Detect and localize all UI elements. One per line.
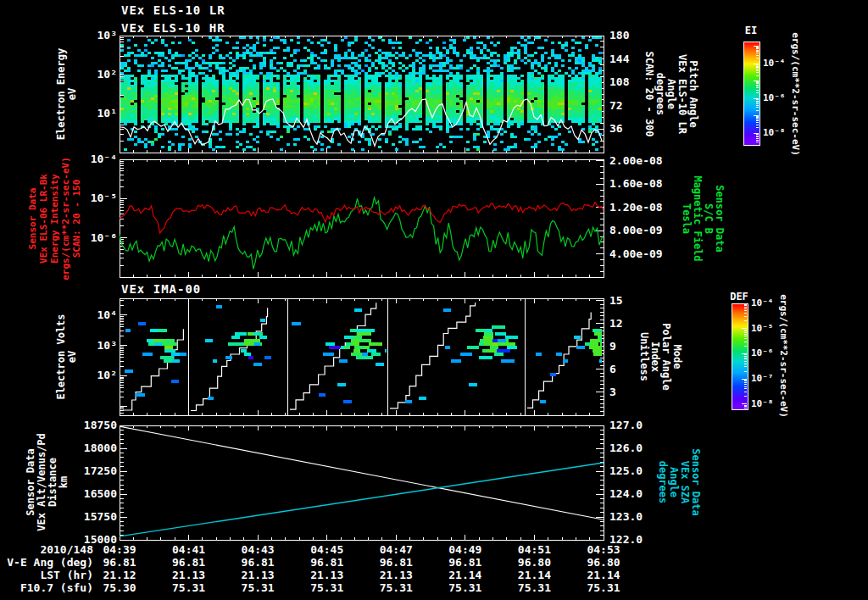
tick-label: 10⁻⁶ — [763, 92, 786, 104]
tick-label: 21.13 — [362, 569, 430, 581]
tick-label: 10⁻⁴ — [41, 153, 117, 165]
tick-label: 17250 — [41, 465, 117, 477]
tick-label: 180 — [609, 30, 629, 42]
tick-label: 96.81 — [431, 557, 499, 569]
tick-label: 15 — [609, 295, 623, 307]
tick-label: 04:51 — [500, 544, 568, 556]
tick-label: 125.0 — [609, 465, 643, 477]
tick-label: 3 — [609, 386, 616, 398]
tick-label: 04:47 — [362, 544, 430, 556]
tick-label: 75.31 — [570, 582, 637, 594]
plots-canvas — [0, 0, 868, 600]
tick-label: 123.0 — [609, 511, 643, 523]
tick-label: 124.0 — [609, 488, 643, 500]
tick-label: 15750 — [41, 511, 117, 523]
tick-label: 75.31 — [431, 582, 499, 594]
tick-label: 10² — [41, 369, 117, 381]
tick-label: 21.13 — [224, 569, 292, 581]
tick-label: 127.0 — [609, 419, 643, 431]
tick-label: 4.00e-09 — [609, 248, 663, 260]
tick-label: 75.31 — [362, 582, 430, 594]
tick-label: 12 — [609, 318, 623, 330]
tick-label: 96.81 — [86, 557, 153, 569]
tick-label: 75.30 — [86, 582, 153, 594]
tick-label: 96.80 — [570, 557, 637, 569]
tick-label: 126.0 — [609, 442, 643, 454]
tick-label: 10¹ — [41, 108, 117, 119]
tick-label: 96.81 — [155, 557, 223, 569]
tick-label: 75.31 — [224, 582, 292, 594]
tick-label: 9 — [609, 341, 616, 353]
tick-label: 21.12 — [86, 569, 153, 581]
tick-label: 10⁻⁶ — [751, 347, 774, 359]
tick-label: 10⁻⁶ — [41, 232, 117, 244]
tick-label: 75.31 — [500, 582, 568, 594]
tick-label: 96.81 — [362, 557, 430, 569]
tick-label: 18750 — [41, 419, 117, 431]
tick-label: 2.00e-08 — [609, 155, 663, 167]
tick-label: 21.14 — [431, 569, 499, 581]
tick-label: 75.31 — [155, 582, 223, 594]
tick-label: 18000 — [41, 442, 117, 454]
tick-label: 6 — [609, 364, 616, 375]
tick-label: 04:41 — [155, 544, 223, 556]
tick-label: 04:39 — [86, 544, 153, 556]
tick-label: 21.14 — [500, 569, 568, 581]
tick-label: 96.80 — [500, 557, 568, 569]
tick-label: 8.00e-09 — [609, 225, 663, 236]
tick-label: 75.31 — [293, 582, 361, 594]
tick-label: 16500 — [41, 488, 117, 500]
tick-label: 72 — [609, 100, 623, 112]
tick-label: 96.81 — [293, 557, 361, 569]
tick-label: 21.13 — [293, 569, 361, 581]
tick-label: 36 — [609, 123, 623, 135]
tick-label: 10² — [41, 69, 117, 81]
tick-label: 96.81 — [224, 557, 292, 569]
tick-label: 144 — [609, 53, 629, 65]
tick-label: 04:45 — [293, 544, 361, 556]
tick-label: 1.60e-08 — [609, 178, 663, 190]
tick-label: 04:43 — [224, 544, 292, 556]
tick-label: 10⁻⁸ — [763, 127, 786, 139]
tick-label: 1.20e-08 — [609, 202, 663, 214]
tick-label: 10⁻⁴ — [751, 297, 774, 309]
tick-label: 04:53 — [570, 544, 637, 556]
tick-label: 108 — [609, 76, 629, 88]
tick-label: 10³ — [41, 340, 117, 352]
tick-label: 10⁻⁵ — [41, 192, 117, 204]
tick-label: 21.14 — [570, 569, 637, 581]
tick-label: 10⁻⁸ — [751, 398, 774, 410]
tick-label: 10³ — [41, 30, 117, 42]
tick-label: 04:49 — [431, 544, 499, 556]
tick-label: 10⁻⁴ — [763, 58, 786, 69]
tick-label: 10⁻⁵ — [751, 323, 774, 335]
tick-label: 21.13 — [155, 569, 223, 581]
tick-label: 10⁻⁷ — [751, 373, 774, 385]
tick-label: 10⁴ — [41, 309, 117, 321]
vex-plot-screen: VEx ELS-10 LR VEx ELS-10 HR VEx IMA-00 E… — [0, 0, 868, 600]
